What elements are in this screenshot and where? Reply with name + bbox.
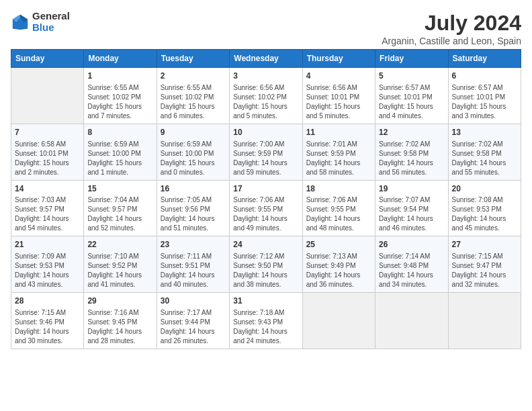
day-number: 29	[87, 295, 152, 307]
day-number: 10	[233, 127, 298, 138]
day-number: 7	[15, 127, 80, 138]
day-info: Sunrise: 7:09 AM Sunset: 9:53 PM Dayligh…	[15, 252, 80, 289]
day-number: 12	[379, 127, 444, 138]
logo-text: General Blue	[32, 11, 70, 33]
day-info: Sunrise: 6:57 AM Sunset: 10:01 PM Daylig…	[379, 83, 444, 121]
day-info: Sunrise: 7:13 AM Sunset: 9:49 PM Dayligh…	[306, 252, 371, 289]
day-info: Sunrise: 7:11 AM Sunset: 9:51 PM Dayligh…	[161, 252, 226, 289]
logo-icon	[11, 13, 30, 32]
calendar-cell	[302, 293, 375, 349]
calendar-cell	[448, 293, 521, 349]
day-info: Sunrise: 6:56 AM Sunset: 10:01 PM Daylig…	[306, 83, 371, 121]
calendar-cell: 8Sunrise: 6:59 AM Sunset: 10:00 PM Dayli…	[84, 124, 157, 180]
title-section: July 2024 Arganin, Castille and Leon, Sp…	[382, 11, 521, 46]
day-info: Sunrise: 7:10 AM Sunset: 9:52 PM Dayligh…	[87, 252, 152, 289]
calendar-cell: 23Sunrise: 7:11 AM Sunset: 9:51 PM Dayli…	[157, 236, 229, 293]
calendar-cell: 10Sunrise: 7:00 AM Sunset: 9:59 PM Dayli…	[230, 124, 302, 180]
day-info: Sunrise: 7:02 AM Sunset: 9:58 PM Dayligh…	[452, 140, 517, 177]
logo-line2: Blue	[32, 22, 70, 34]
calendar-cell	[375, 293, 448, 349]
calendar-cell: 6Sunrise: 6:57 AM Sunset: 10:01 PM Dayli…	[448, 68, 521, 124]
day-info: Sunrise: 7:07 AM Sunset: 9:54 PM Dayligh…	[379, 195, 444, 233]
location: Arganin, Castille and Leon, Spain	[382, 36, 521, 46]
header-cell: Monday	[84, 50, 157, 68]
calendar-cell: 22Sunrise: 7:10 AM Sunset: 9:52 PM Dayli…	[84, 236, 157, 293]
day-info: Sunrise: 6:59 AM Sunset: 10:00 PM Daylig…	[161, 140, 226, 177]
day-number: 9	[161, 127, 226, 138]
day-info: Sunrise: 7:08 AM Sunset: 9:53 PM Dayligh…	[452, 195, 517, 233]
day-number: 6	[452, 71, 517, 82]
calendar-cell: 30Sunrise: 7:17 AM Sunset: 9:44 PM Dayli…	[157, 293, 229, 349]
day-number: 28	[15, 295, 80, 307]
day-info: Sunrise: 7:14 AM Sunset: 9:48 PM Dayligh…	[379, 252, 444, 289]
day-info: Sunrise: 6:55 AM Sunset: 10:02 PM Daylig…	[87, 83, 152, 121]
day-info: Sunrise: 7:01 AM Sunset: 9:59 PM Dayligh…	[306, 140, 371, 177]
calendar-cell: 20Sunrise: 7:08 AM Sunset: 9:53 PM Dayli…	[448, 180, 521, 236]
day-info: Sunrise: 7:05 AM Sunset: 9:56 PM Dayligh…	[161, 195, 226, 233]
day-info: Sunrise: 6:59 AM Sunset: 10:00 PM Daylig…	[87, 140, 152, 177]
calendar-cell: 1Sunrise: 6:55 AM Sunset: 10:02 PM Dayli…	[84, 68, 157, 124]
day-number: 31	[233, 295, 298, 307]
day-info: Sunrise: 7:15 AM Sunset: 9:47 PM Dayligh…	[452, 252, 517, 289]
logo: General Blue	[11, 11, 70, 33]
day-info: Sunrise: 7:17 AM Sunset: 9:44 PM Dayligh…	[161, 308, 226, 346]
calendar-cell: 27Sunrise: 7:15 AM Sunset: 9:47 PM Dayli…	[448, 236, 521, 293]
calendar-cell: 29Sunrise: 7:16 AM Sunset: 9:45 PM Dayli…	[84, 293, 157, 349]
calendar-cell: 21Sunrise: 7:09 AM Sunset: 9:53 PM Dayli…	[11, 236, 84, 293]
day-number: 8	[87, 127, 152, 138]
header-cell: Tuesday	[157, 50, 229, 68]
day-info: Sunrise: 7:02 AM Sunset: 9:58 PM Dayligh…	[379, 140, 444, 177]
calendar-cell: 13Sunrise: 7:02 AM Sunset: 9:58 PM Dayli…	[448, 124, 521, 180]
calendar-cell: 7Sunrise: 6:58 AM Sunset: 10:01 PM Dayli…	[11, 124, 84, 180]
calendar-cell: 5Sunrise: 6:57 AM Sunset: 10:01 PM Dayli…	[375, 68, 448, 124]
page-header: General Blue July 2024 Arganin, Castille…	[11, 11, 521, 46]
header-cell: Sunday	[11, 50, 84, 68]
calendar-cell: 11Sunrise: 7:01 AM Sunset: 9:59 PM Dayli…	[302, 124, 375, 180]
day-info: Sunrise: 7:03 AM Sunset: 9:57 PM Dayligh…	[15, 195, 80, 233]
calendar-cell: 19Sunrise: 7:07 AM Sunset: 9:54 PM Dayli…	[375, 180, 448, 236]
day-info: Sunrise: 7:16 AM Sunset: 9:45 PM Dayligh…	[87, 308, 152, 346]
calendar-cell	[11, 68, 84, 124]
month-year: July 2024	[382, 11, 521, 36]
header-cell: Wednesday	[230, 50, 302, 68]
day-number: 5	[379, 71, 444, 82]
calendar-header: SundayMondayTuesdayWednesdayThursdayFrid…	[11, 50, 521, 68]
calendar-cell: 28Sunrise: 7:15 AM Sunset: 9:46 PM Dayli…	[11, 293, 84, 349]
day-info: Sunrise: 6:56 AM Sunset: 10:02 PM Daylig…	[233, 83, 298, 121]
header-cell: Friday	[375, 50, 448, 68]
day-info: Sunrise: 7:06 AM Sunset: 9:55 PM Dayligh…	[233, 195, 298, 233]
calendar-cell: 31Sunrise: 7:18 AM Sunset: 9:43 PM Dayli…	[230, 293, 302, 349]
day-info: Sunrise: 6:57 AM Sunset: 10:01 PM Daylig…	[452, 83, 517, 121]
calendar-cell: 4Sunrise: 6:56 AM Sunset: 10:01 PM Dayli…	[302, 68, 375, 124]
day-number: 4	[306, 71, 371, 82]
day-info: Sunrise: 7:15 AM Sunset: 9:46 PM Dayligh…	[15, 308, 80, 346]
day-number: 26	[379, 239, 444, 250]
day-number: 14	[15, 183, 80, 195]
calendar-cell: 17Sunrise: 7:06 AM Sunset: 9:55 PM Dayli…	[230, 180, 302, 236]
day-number: 2	[161, 71, 226, 82]
day-number: 27	[452, 239, 517, 250]
day-number: 3	[233, 71, 298, 82]
calendar-table: SundayMondayTuesdayWednesdayThursdayFrid…	[11, 49, 521, 349]
day-number: 25	[306, 239, 371, 250]
logo-line1: General	[32, 11, 70, 22]
day-info: Sunrise: 7:00 AM Sunset: 9:59 PM Dayligh…	[233, 140, 298, 177]
calendar-week-row: 28Sunrise: 7:15 AM Sunset: 9:46 PM Dayli…	[11, 293, 521, 349]
day-info: Sunrise: 7:12 AM Sunset: 9:50 PM Dayligh…	[233, 252, 298, 289]
calendar-week-row: 14Sunrise: 7:03 AM Sunset: 9:57 PM Dayli…	[11, 180, 521, 236]
day-number: 17	[233, 183, 298, 195]
calendar-cell: 2Sunrise: 6:55 AM Sunset: 10:02 PM Dayli…	[157, 68, 229, 124]
header-cell: Thursday	[302, 50, 375, 68]
calendar-cell: 12Sunrise: 7:02 AM Sunset: 9:58 PM Dayli…	[375, 124, 448, 180]
day-number: 30	[161, 295, 226, 307]
calendar-cell: 3Sunrise: 6:56 AM Sunset: 10:02 PM Dayli…	[230, 68, 302, 124]
day-number: 15	[87, 183, 152, 195]
calendar-week-row: 1Sunrise: 6:55 AM Sunset: 10:02 PM Dayli…	[11, 68, 521, 124]
day-number: 16	[161, 183, 226, 195]
calendar-cell: 25Sunrise: 7:13 AM Sunset: 9:49 PM Dayli…	[302, 236, 375, 293]
header-row: SundayMondayTuesdayWednesdayThursdayFrid…	[11, 50, 521, 68]
calendar-week-row: 21Sunrise: 7:09 AM Sunset: 9:53 PM Dayli…	[11, 236, 521, 293]
header-cell: Saturday	[448, 50, 521, 68]
day-number: 19	[379, 183, 444, 195]
day-number: 22	[87, 239, 152, 250]
